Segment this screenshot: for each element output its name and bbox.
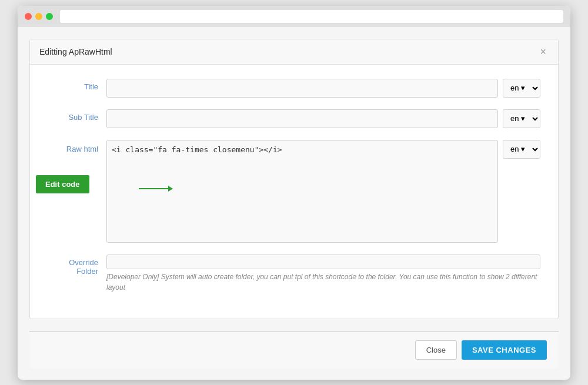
- rawhtml-row: Raw html <i class="fa fa-times closemenu…: [48, 140, 540, 243]
- save-changes-button[interactable]: SAVE CHANGES: [462, 340, 547, 360]
- subtitle-label: Sub Title: [48, 109, 106, 122]
- traffic-lights: [25, 13, 53, 20]
- arrow-head: [168, 186, 173, 192]
- close-light[interactable]: [25, 13, 32, 20]
- maximize-light[interactable]: [46, 13, 53, 20]
- dialog-header: Editting ApRawHtml ×: [30, 39, 558, 65]
- override-folder-help: [Developer Only] System will auto create…: [106, 272, 540, 293]
- override-folder-input[interactable]: [106, 255, 540, 269]
- arrow-line: [139, 188, 168, 189]
- override-folder-input-group: [Developer Only] System will auto create…: [106, 255, 540, 293]
- subtitle-input[interactable]: [106, 109, 498, 128]
- window: Editting ApRawHtml × Title en ▾ fr de es: [18, 6, 570, 380]
- dialog: Editting ApRawHtml × Title en ▾ fr de es: [29, 39, 559, 319]
- title-lang-select[interactable]: en ▾ fr de es: [503, 79, 540, 98]
- dialog-footer: Close SAVE CHANGES: [29, 332, 559, 368]
- rawhtml-label: Raw html: [48, 140, 106, 153]
- footer-wrapper: Close SAVE CHANGES: [29, 331, 559, 368]
- edit-code-button[interactable]: Edit code: [36, 175, 89, 193]
- title-input[interactable]: [106, 79, 498, 98]
- subtitle-lang-select[interactable]: en ▾ fr de es: [503, 109, 540, 128]
- title-bar: [18, 6, 570, 27]
- subtitle-row: Sub Title en ▾ fr de es: [48, 109, 540, 128]
- title-input-group: en ▾ fr de es: [106, 79, 540, 98]
- subtitle-input-group: en ▾ fr de es: [106, 109, 540, 128]
- minimize-light[interactable]: [35, 13, 42, 20]
- close-button[interactable]: Close: [415, 340, 457, 360]
- dialog-close-button[interactable]: ×: [537, 46, 549, 57]
- override-folder-row: Override Folder [Developer Only] System …: [48, 255, 540, 293]
- title-row: Title en ▾ fr de es: [48, 79, 540, 98]
- address-bar: [60, 10, 563, 23]
- edit-code-arrow: [139, 186, 173, 192]
- dialog-body: Title en ▾ fr de es Sub Title: [30, 65, 558, 319]
- dialog-title: Editting ApRawHtml: [39, 47, 112, 56]
- rawhtml-lang-select[interactable]: en ▾ fr de es: [503, 140, 540, 159]
- title-label: Title: [48, 79, 106, 91]
- override-folder-label: Override Folder: [48, 255, 106, 276]
